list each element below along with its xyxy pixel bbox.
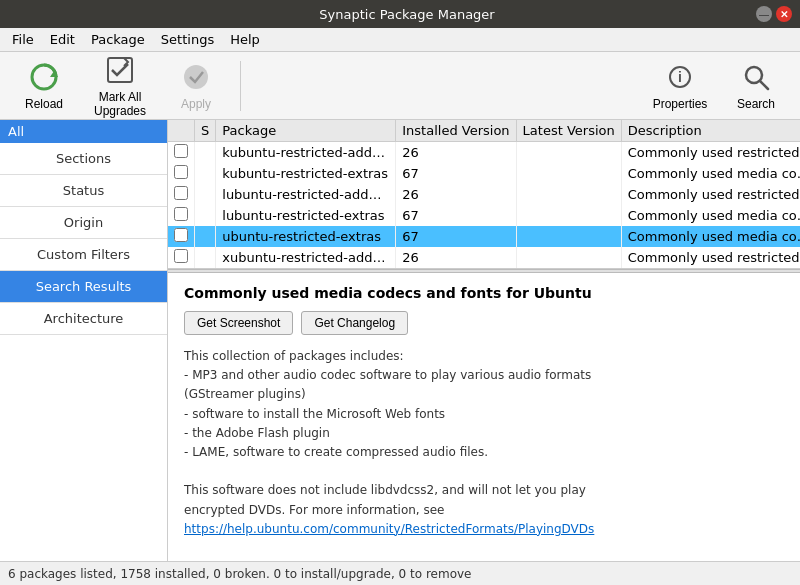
menu-package[interactable]: Package — [83, 30, 153, 49]
table-row[interactable]: ubuntu-restricted-extras67Commonly used … — [168, 226, 800, 247]
menu-file[interactable]: File — [4, 30, 42, 49]
row-installed-version: 67 — [396, 163, 516, 184]
table-row[interactable]: xubuntu-restricted-addons26Commonly used… — [168, 247, 800, 268]
table-row[interactable]: lubuntu-restricted-extras67Commonly used… — [168, 205, 800, 226]
col-s[interactable]: S — [195, 120, 216, 142]
col-description[interactable]: Description — [621, 120, 800, 142]
row-installed-version: 67 — [396, 205, 516, 226]
col-latest[interactable]: Latest Version — [516, 120, 621, 142]
get-screenshot-button[interactable]: Get Screenshot — [184, 311, 293, 335]
search-label: Search — [737, 97, 775, 111]
sidebar-item-sections[interactable]: Sections — [0, 143, 167, 174]
row-description: Commonly used media codecs and fo — [621, 226, 800, 247]
col-package[interactable]: Package — [216, 120, 396, 142]
sidebar-section-sections: Sections — [0, 143, 167, 175]
sidebar-item-status[interactable]: Status — [0, 175, 167, 206]
package-rows: kubuntu-restricted-addons26Commonly used… — [168, 142, 800, 269]
row-checkbox[interactable] — [168, 184, 195, 205]
description-panel: Commonly used media codecs and fonts for… — [168, 273, 800, 561]
properties-button[interactable]: i Properties — [644, 56, 716, 116]
row-description: Commonly used restricted packages f — [621, 184, 800, 205]
row-latest-version — [516, 163, 621, 184]
row-installed-version: 26 — [396, 142, 516, 164]
row-status — [195, 247, 216, 268]
row-package-name: kubuntu-restricted-extras — [216, 163, 396, 184]
package-table[interactable]: S Package Installed Version Latest Versi… — [168, 120, 800, 269]
mark-all-label: Mark All Upgrades — [84, 90, 156, 118]
row-checkbox[interactable] — [168, 142, 195, 164]
col-installed[interactable]: Installed Version — [396, 120, 516, 142]
svg-text:i: i — [678, 69, 682, 85]
status-bar: 6 packages listed, 1758 installed, 0 bro… — [0, 561, 800, 585]
row-package-name: ubuntu-restricted-extras — [216, 226, 396, 247]
sidebar-item-architecture[interactable]: Architecture — [0, 303, 167, 334]
desc-text: This collection of packages includes: - … — [184, 347, 784, 539]
row-latest-version — [516, 247, 621, 268]
apply-label: Apply — [181, 97, 211, 111]
row-status — [195, 163, 216, 184]
get-changelog-button[interactable]: Get Changelog — [301, 311, 408, 335]
desc-link[interactable]: https://help.ubuntu.com/community/Restri… — [184, 522, 594, 536]
sidebar-item-search-results[interactable]: Search Results — [0, 271, 167, 302]
mark-all-icon — [104, 54, 136, 86]
sidebar-section-search-results: Search Results — [0, 271, 167, 303]
reload-label: Reload — [25, 97, 63, 111]
row-installed-version: 26 — [396, 184, 516, 205]
row-checkbox[interactable] — [168, 163, 195, 184]
row-package-name: lubuntu-restricted-addons — [216, 184, 396, 205]
row-status — [195, 205, 216, 226]
main-area: All Sections Status Origin Custom Filter… — [0, 120, 800, 561]
row-package-name: kubuntu-restricted-addons — [216, 142, 396, 164]
row-package-name: xubuntu-restricted-addons — [216, 247, 396, 268]
row-checkbox[interactable] — [168, 247, 195, 268]
row-description: Commonly used media codecs and fo — [621, 205, 800, 226]
toolbar-divider — [240, 61, 241, 111]
toolbar-right: i Properties Search — [644, 56, 792, 116]
mark-all-upgrades-button[interactable]: Mark All Upgrades — [84, 56, 156, 116]
desc-line: This software does not include libdvdcss… — [184, 483, 586, 497]
svg-line-7 — [760, 81, 768, 89]
reload-icon — [28, 61, 60, 93]
status-text: 6 packages listed, 1758 installed, 0 bro… — [8, 567, 471, 581]
row-latest-version — [516, 226, 621, 247]
window-controls: — ✕ — [756, 6, 792, 22]
table-row[interactable]: kubuntu-restricted-extras67Commonly used… — [168, 163, 800, 184]
sidebar-item-custom-filters[interactable]: Custom Filters — [0, 239, 167, 270]
sidebar: All Sections Status Origin Custom Filter… — [0, 120, 168, 561]
minimize-button[interactable]: — — [756, 6, 772, 22]
table-row[interactable]: lubuntu-restricted-addons26Commonly used… — [168, 184, 800, 205]
apply-icon — [180, 61, 212, 93]
apply-button[interactable]: Apply — [160, 56, 232, 116]
content-area: S Package Installed Version Latest Versi… — [168, 120, 800, 561]
row-status — [195, 184, 216, 205]
menu-help[interactable]: Help — [222, 30, 268, 49]
table-row[interactable]: kubuntu-restricted-addons26Commonly used… — [168, 142, 800, 164]
sidebar-section-status: Status — [0, 175, 167, 207]
row-checkbox[interactable] — [168, 226, 195, 247]
search-button[interactable]: Search — [720, 56, 792, 116]
desc-title: Commonly used media codecs and fonts for… — [184, 285, 784, 301]
menu-bar: File Edit Package Settings Help — [0, 28, 800, 52]
menu-settings[interactable]: Settings — [153, 30, 222, 49]
search-icon — [740, 61, 772, 93]
row-installed-version: 67 — [396, 226, 516, 247]
reload-button[interactable]: Reload — [8, 56, 80, 116]
sidebar-item-origin[interactable]: Origin — [0, 207, 167, 238]
row-description: Commonly used restricted packages f — [621, 247, 800, 268]
sidebar-all-item[interactable]: All — [0, 120, 167, 143]
sidebar-section-custom-filters: Custom Filters — [0, 239, 167, 271]
menu-edit[interactable]: Edit — [42, 30, 83, 49]
sidebar-section-architecture: Architecture — [0, 303, 167, 335]
window-title: Synaptic Package Manager — [58, 7, 756, 22]
desc-line: This collection of packages includes: — [184, 349, 404, 363]
properties-icon: i — [664, 61, 696, 93]
row-description: Commonly used restricted packages f — [621, 142, 800, 164]
sidebar-section-origin: Origin — [0, 207, 167, 239]
row-latest-version — [516, 205, 621, 226]
properties-label: Properties — [653, 97, 708, 111]
desc-line: (GStreamer plugins) — [184, 387, 306, 401]
close-button[interactable]: ✕ — [776, 6, 792, 22]
svg-point-3 — [184, 65, 208, 89]
desc-buttons: Get Screenshot Get Changelog — [184, 311, 784, 335]
row-checkbox[interactable] — [168, 205, 195, 226]
